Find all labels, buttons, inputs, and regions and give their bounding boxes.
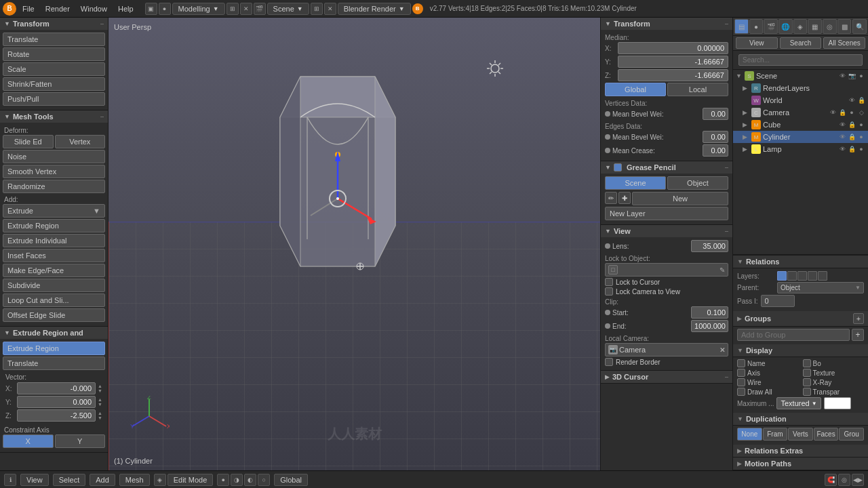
outliner-view-button[interactable]: View xyxy=(736,37,778,49)
proportional-icon[interactable]: ◎ xyxy=(838,474,850,486)
layer-1-icon[interactable] xyxy=(777,271,787,281)
axis-checkbox[interactable] xyxy=(737,369,745,377)
render-icon[interactable]: ● xyxy=(159,3,171,15)
outliner-view-icon[interactable]: ▤ xyxy=(734,19,749,34)
view-header[interactable]: ▼ View – xyxy=(601,225,732,237)
lens-value[interactable] xyxy=(691,240,728,252)
viewport[interactable]: User Persp xyxy=(108,18,600,470)
gp-draw-icon[interactable]: ✏ xyxy=(605,192,617,204)
loop-cut-button[interactable]: Loop Cut and Sli... xyxy=(3,293,105,307)
extrude-region-sub-button[interactable]: Extrude Region xyxy=(3,342,105,355)
x-value[interactable] xyxy=(618,42,728,54)
translate-sub-button[interactable]: Translate xyxy=(3,357,105,370)
edit-mode-button[interactable]: Edit Mode xyxy=(167,474,214,486)
mirror-icon[interactable]: ◀▶ xyxy=(852,474,864,486)
add-group-input[interactable] xyxy=(737,329,850,341)
extrude-region-button[interactable]: Extrude Region xyxy=(3,219,105,232)
global-button[interactable]: Global xyxy=(605,83,666,96)
lock-object-field[interactable]: □ ✎ xyxy=(605,263,728,277)
parent-dropdown[interactable]: Object ▼ xyxy=(777,282,864,293)
outliner-world-icon[interactable]: 🌐 xyxy=(778,19,793,34)
extrude-dropdown[interactable]: Extrude ▼ xyxy=(3,204,105,218)
scene-expand-icon[interactable]: ⊞ xyxy=(311,3,323,15)
vp-icon3[interactable]: ◐ xyxy=(244,474,256,486)
constraint-y-button[interactable]: Y xyxy=(55,434,106,448)
menu-window[interactable]: Window xyxy=(76,3,112,14)
scene-close-icon[interactable]: ✕ xyxy=(324,3,336,15)
display-header[interactable]: ▼ Display xyxy=(733,344,868,357)
x-arrows-icon[interactable]: ▲▼ xyxy=(98,384,102,393)
render-border-checkbox[interactable] xyxy=(605,358,613,366)
world-item[interactable]: W World 👁 🔒 xyxy=(733,94,868,106)
noise-button[interactable]: Noise xyxy=(3,150,105,163)
camera-close-icon[interactable]: ✕ xyxy=(719,346,725,354)
inset-faces-button[interactable]: Inset Faces xyxy=(3,249,105,262)
world-lock-icon[interactable]: 🔒 xyxy=(857,96,865,104)
lock-edit-icon[interactable]: ✎ xyxy=(719,266,725,274)
vp-icon4[interactable]: ○ xyxy=(258,474,270,486)
close-icon[interactable]: ✕ xyxy=(240,3,252,15)
bo-checkbox[interactable] xyxy=(803,359,811,367)
mesh-menu-button[interactable]: Mesh xyxy=(119,474,150,486)
mode-selector[interactable]: Modelling ▼ xyxy=(172,3,225,15)
y-value[interactable] xyxy=(618,56,728,68)
cyl-lock-icon[interactable]: 🔒 xyxy=(848,133,856,141)
cylinder-item[interactable]: ▶ M Cylinder 👁 🔒 ● xyxy=(733,131,868,143)
lamp-item[interactable]: ▶ L Lamp 👁 🔒 ● xyxy=(733,143,868,155)
push-pull-button[interactable]: Push/Pull xyxy=(3,92,105,106)
outliner-material-icon[interactable]: ◎ xyxy=(823,19,837,34)
lock-camera-checkbox[interactable] xyxy=(605,287,613,296)
gp-erase-icon[interactable]: ✚ xyxy=(618,192,631,204)
mean-crease-value[interactable] xyxy=(703,144,728,157)
textured-dropdown[interactable]: Textured ▼ xyxy=(776,397,821,409)
gp-scene-button[interactable]: Scene xyxy=(605,176,666,190)
snap-icon[interactable]: 🧲 xyxy=(825,474,837,486)
dup-faces-button[interactable]: Faces xyxy=(814,428,839,441)
translate-button[interactable]: Translate xyxy=(3,33,105,46)
scene-selector[interactable]: Scene ▼ xyxy=(267,3,309,15)
wire-checkbox[interactable] xyxy=(737,378,745,386)
global-button[interactable]: Global xyxy=(274,474,308,486)
smooth-vertex-button[interactable]: Smooth Vertex xyxy=(3,165,105,178)
dup-fram-button[interactable]: Fram xyxy=(763,428,788,441)
relations-extras-header[interactable]: ▶ Relations Extras xyxy=(733,445,868,458)
menu-render[interactable]: Render xyxy=(41,3,75,14)
outliner-search-button[interactable]: Search xyxy=(780,37,822,49)
menu-file[interactable]: File xyxy=(18,3,39,14)
pass-index-input[interactable] xyxy=(761,295,795,307)
camera-item[interactable]: ▶ C Camera 👁 🔒 ● ◇ xyxy=(733,106,868,119)
clip-end-value[interactable] xyxy=(691,320,728,332)
z-arrows-icon[interactable]: ▲▼ xyxy=(98,411,102,420)
randomize-button[interactable]: Randomize xyxy=(3,180,105,193)
grease-pencil-header[interactable]: ▼ Grease Pencil – xyxy=(601,161,732,174)
vp-icon1[interactable]: ● xyxy=(217,474,229,486)
gp-object-button[interactable]: Object xyxy=(667,176,728,190)
vertex-button[interactable]: Vertex xyxy=(55,135,106,148)
object-color-swatch[interactable] xyxy=(824,397,851,409)
outliner-all-scenes-button[interactable]: All Scenes xyxy=(823,37,865,49)
scale-button[interactable]: Scale xyxy=(3,62,105,76)
cyl-render-icon[interactable]: ● xyxy=(857,133,865,141)
z-value[interactable] xyxy=(618,69,728,81)
view-button[interactable]: View xyxy=(20,474,49,486)
mesh-tools-header[interactable]: ▼ Mesh Tools – xyxy=(0,110,108,123)
rp-transform-header[interactable]: ▼ Transform – xyxy=(601,18,732,30)
clip-start-value[interactable] xyxy=(691,306,728,319)
scene-item[interactable]: ▼ S Scene 👁 📷 ● xyxy=(733,70,868,82)
cube-render-icon[interactable]: ● xyxy=(857,121,865,129)
transform-header[interactable]: ▼ Transform – xyxy=(0,18,108,30)
outliner-scene-icon[interactable]: 🎬 xyxy=(764,19,778,34)
groups-header[interactable]: ▶ Groups + xyxy=(733,311,868,327)
cursor-header[interactable]: ▶ 3D Cursor – xyxy=(601,371,732,383)
transpar-checkbox[interactable] xyxy=(803,388,811,396)
vector-x-input[interactable] xyxy=(17,382,96,394)
layer-3-icon[interactable] xyxy=(797,271,807,281)
outliner-search-icon[interactable]: 🔍 xyxy=(852,19,867,34)
vector-z-input[interactable] xyxy=(17,409,96,422)
layer-5-icon[interactable] xyxy=(818,271,827,281)
dup-verts-button[interactable]: Verts xyxy=(788,428,813,441)
menu-help[interactable]: Help xyxy=(113,3,138,14)
draw-all-checkbox[interactable] xyxy=(737,388,745,396)
blender-logo-icon[interactable]: B xyxy=(3,2,16,16)
shrink-fatten-button[interactable]: Shrink/Fatten xyxy=(3,77,105,91)
